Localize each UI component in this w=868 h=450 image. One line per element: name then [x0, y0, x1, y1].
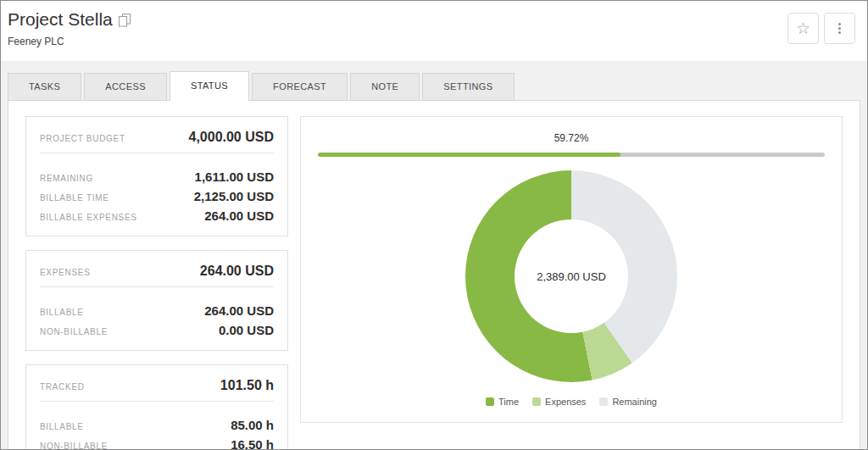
- stat-row: BILLABLE EXPENSES 264.00 USD: [40, 206, 274, 225]
- legend-item-remaining: Remaining: [599, 397, 657, 407]
- project-budget-box: PROJECT BUDGET 4,000.00 USD REMAINING 1,…: [25, 116, 288, 236]
- tracked-time-box: TRACKED 101.50 h BILLABLE 85.00 h NON-BI…: [25, 364, 288, 450]
- stat-value: 0.00 USD: [219, 323, 274, 337]
- stat-value: 264.00 USD: [204, 303, 274, 318]
- legend-swatch-expenses: [532, 397, 541, 406]
- stat-value: 101.50 h: [220, 378, 274, 393]
- app-window: Project Stella Feeney PLC ☆ TASKS ACCESS…: [0, 0, 868, 450]
- stat-label: BILLABLE TIME: [40, 193, 109, 203]
- tab-access[interactable]: ACCESS: [84, 73, 167, 101]
- tab-note[interactable]: NOTE: [350, 73, 420, 101]
- stats-column: PROJECT BUDGET 4,000.00 USD REMAINING 1,…: [25, 116, 288, 450]
- stat-value: 2,125.00 USD: [194, 189, 274, 203]
- tab-forecast[interactable]: FORECAST: [252, 73, 348, 101]
- status-tab-panel: PROJECT BUDGET 4,000.00 USD REMAINING 1,…: [8, 100, 860, 450]
- stat-group: BILLABLE 264.00 USD NON-BILLABLE 0.00 US…: [40, 301, 274, 340]
- tab-status[interactable]: STATUS: [170, 71, 249, 101]
- stat-label: BILLABLE: [40, 422, 84, 431]
- header-actions: ☆: [787, 13, 855, 61]
- donut-hole: 2,389.00 USD: [515, 219, 628, 333]
- stat-value: 264.00 USD: [200, 264, 274, 279]
- stat-row: NON-BILLABLE 16.50 h: [40, 435, 274, 450]
- legend-label: Time: [498, 397, 519, 407]
- progress-percent-label: 59.72%: [318, 132, 825, 144]
- stat-label: EXPENSES: [40, 268, 91, 277]
- chart-legend: Time Expenses Remaining: [318, 397, 825, 407]
- legend-item-expenses: Expenses: [532, 397, 586, 407]
- tab-tasks[interactable]: TASKS: [8, 73, 81, 101]
- stat-row: BILLABLE TIME 2,125.00 USD: [40, 186, 274, 206]
- stat-row: REMAINING 1,611.00 USD: [40, 167, 274, 186]
- stat-label: NON-BILLABLE: [40, 327, 108, 336]
- stat-label: BILLABLE: [40, 308, 84, 317]
- tab-bar: TASKS ACCESS STATUS FORECAST NOTE SETTIN…: [8, 71, 867, 101]
- donut-chart-wrap: 2,389.00 USD: [465, 170, 677, 382]
- progress-bar: [318, 153, 825, 157]
- stat-label: TRACKED: [40, 382, 85, 392]
- stat-row: BILLABLE 85.00 h: [40, 415, 274, 435]
- copy-icon[interactable]: [119, 14, 131, 27]
- page-header: Project Stella Feeney PLC ☆: [1, 1, 867, 61]
- stat-label: PROJECT BUDGET: [40, 134, 125, 143]
- stat-value: 4,000.00 USD: [188, 130, 274, 145]
- client-name: Feeney PLC: [8, 36, 131, 47]
- expenses-box: EXPENSES 264.00 USD BILLABLE 264.00 USD …: [25, 250, 288, 351]
- stat-label: NON-BILLABLE: [40, 442, 108, 450]
- more-options-button[interactable]: [824, 13, 855, 44]
- stat-label: REMAINING: [40, 174, 93, 183]
- legend-swatch-time: [486, 397, 494, 406]
- stat-row: PROJECT BUDGET 4,000.00 USD: [40, 125, 274, 149]
- stat-label: BILLABLE EXPENSES: [40, 213, 137, 222]
- kebab-menu-icon: [838, 23, 841, 34]
- stat-row: NON-BILLABLE 0.00 USD: [40, 320, 274, 340]
- progress-fill: [318, 153, 620, 157]
- legend-item-time: Time: [486, 397, 519, 407]
- legend-label: Expenses: [545, 397, 586, 407]
- favorite-button[interactable]: ☆: [787, 13, 819, 44]
- title-block: Project Stella Feeney PLC: [8, 9, 131, 61]
- page-title: Project Stella: [8, 9, 113, 30]
- divider: [40, 401, 274, 402]
- budget-chart-panel: 59.72% 2,389.00 USD Time Expenses: [300, 116, 843, 423]
- stat-group: REMAINING 1,611.00 USD BILLABLE TIME 2,1…: [40, 167, 274, 225]
- divider: [40, 286, 274, 287]
- stat-group: BILLABLE 85.00 h NON-BILLABLE 16.50 h: [40, 415, 274, 450]
- stat-row: TRACKED 101.50 h: [40, 374, 274, 397]
- stat-value: 264.00 USD: [204, 208, 274, 223]
- stat-value: 85.00 h: [231, 418, 274, 432]
- legend-label: Remaining: [612, 397, 657, 407]
- legend-swatch-remaining: [599, 397, 608, 406]
- star-icon: ☆: [796, 20, 810, 36]
- tab-settings[interactable]: SETTINGS: [422, 73, 514, 101]
- stat-value: 1,611.00 USD: [195, 169, 274, 184]
- stat-row: EXPENSES 264.00 USD: [40, 259, 274, 283]
- divider: [40, 153, 274, 153]
- stat-value: 16.50 h: [231, 437, 274, 450]
- stat-row: BILLABLE 264.00 USD: [40, 301, 274, 320]
- donut-center-value: 2,389.00 USD: [537, 270, 606, 283]
